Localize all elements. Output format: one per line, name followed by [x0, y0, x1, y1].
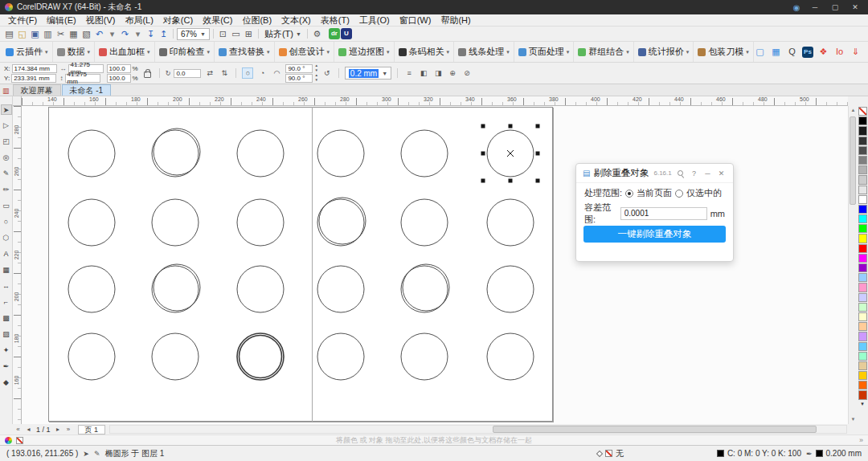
- circle-object[interactable]: [401, 130, 448, 177]
- clipboard-icon[interactable]: ▦: [770, 45, 782, 59]
- capture-icon[interactable]: ▢: [754, 45, 766, 59]
- circle-object[interactable]: [403, 264, 449, 311]
- change-direction-button[interactable]: ↺: [321, 67, 333, 79]
- shape-tool[interactable]: ▷: [1, 120, 12, 131]
- menu-item[interactable]: 帮助(H): [436, 14, 475, 27]
- redo-icon[interactable]: ↷: [119, 27, 131, 41]
- ellipse-tool[interactable]: ○: [1, 217, 12, 227]
- color-swatch[interactable]: [858, 146, 867, 155]
- to-back-button[interactable]: ◨: [432, 67, 444, 79]
- minimize-button[interactable]: ─: [807, 0, 823, 14]
- ruler-origin-corner[interactable]: [13, 96, 22, 106]
- menu-item[interactable]: 布局(L): [120, 14, 158, 27]
- spinner-arrows[interactable]: ▲▼: [314, 64, 317, 72]
- color-swatch[interactable]: [858, 381, 867, 390]
- plugin-toolbar-item[interactable]: 云插件▾: [2, 42, 53, 62]
- outline-status[interactable]: ✒ 0.200 mm: [806, 449, 862, 458]
- circle-object[interactable]: [317, 130, 364, 177]
- plugin-toolbar-item[interactable]: 查找替换▾: [215, 42, 275, 62]
- photoshop-icon[interactable]: Ps: [802, 47, 813, 58]
- mirror-vertical-button[interactable]: ⇅: [219, 67, 230, 79]
- first-page-icon[interactable]: «: [13, 426, 23, 433]
- selection-handle[interactable]: [536, 124, 540, 129]
- menu-item[interactable]: 对象(C): [158, 14, 198, 27]
- polygon-tool[interactable]: ⬡: [1, 233, 12, 243]
- zoom-level-combo[interactable]: 67% ▼: [177, 28, 210, 40]
- plugin-toolbar-item[interactable]: 页面处理▾: [514, 42, 575, 62]
- color-swatch[interactable]: [858, 322, 867, 331]
- horizontal-ruler[interactable]: 1401601802002202402602803003203403603804…: [22, 96, 848, 106]
- color-swatch[interactable]: [858, 186, 867, 194]
- connector-tool[interactable]: ⌐: [1, 297, 12, 308]
- undo-dropdown-icon[interactable]: ▾: [106, 27, 118, 41]
- circle-object[interactable]: [487, 266, 534, 312]
- color-swatch[interactable]: [858, 126, 867, 135]
- selection-handle[interactable]: [481, 124, 485, 129]
- convert-to-curves-button[interactable]: ⊕: [447, 67, 458, 79]
- color-swatch[interactable]: [858, 390, 867, 399]
- color-swatch[interactable]: [858, 156, 867, 165]
- circle-object[interactable]: [317, 266, 364, 312]
- object-height-field[interactable]: 41.275 mm: [65, 74, 100, 83]
- freehand-tool[interactable]: ✎: [1, 169, 12, 179]
- circle-object[interactable]: [154, 129, 200, 175]
- plugin-toolbar-item[interactable]: 统计报价▾: [634, 42, 694, 62]
- color-swatch[interactable]: [858, 205, 867, 214]
- menu-item[interactable]: 文本(X): [276, 14, 316, 27]
- circle-object[interactable]: [237, 199, 284, 246]
- plugin-toolbar-item[interactable]: 条码相关▾: [395, 42, 455, 62]
- circle-object[interactable]: [487, 333, 534, 380]
- dimension-tool[interactable]: ↔: [1, 281, 12, 292]
- to-front-button[interactable]: ◧: [418, 67, 429, 79]
- menu-item[interactable]: 视图(V): [81, 14, 121, 27]
- undo-icon[interactable]: ↶: [93, 27, 105, 41]
- plugin-toolbar-item[interactable]: 群组结合▾: [574, 42, 634, 62]
- x-position-field[interactable]: 174.384 mm: [12, 64, 57, 73]
- selection-handle[interactable]: [509, 179, 513, 183]
- plugin-toolbar-item[interactable]: 线条处理▾: [454, 42, 514, 62]
- radio-selected-only[interactable]: [675, 190, 683, 198]
- palette-scroll-icon[interactable]: ▾: [861, 401, 864, 406]
- circle-object[interactable]: [68, 199, 115, 246]
- arc-button[interactable]: ◠: [271, 67, 282, 79]
- circle-object[interactable]: [68, 130, 115, 177]
- color-swatch[interactable]: [858, 263, 867, 272]
- color-swatch[interactable]: [858, 293, 867, 302]
- zoom-tool[interactable]: ◎: [1, 153, 12, 163]
- download-icon[interactable]: ⇓: [850, 45, 862, 59]
- menu-item[interactable]: 工具(O): [354, 14, 395, 27]
- menu-item[interactable]: 文件(F): [3, 14, 42, 27]
- selection-handle[interactable]: [536, 152, 540, 156]
- scale-y-field[interactable]: 100.0: [107, 74, 131, 83]
- maximize-button[interactable]: ▢: [827, 0, 843, 14]
- lock-ratio-icon[interactable]: [144, 71, 151, 78]
- circle-object[interactable]: [68, 333, 115, 380]
- menu-item[interactable]: 位图(B): [237, 14, 276, 27]
- y-position-field[interactable]: 233.391 mm: [11, 74, 56, 83]
- dialog-minimize-button[interactable]: ─: [702, 169, 713, 177]
- plugin-toolbar-item[interactable]: 出血加框▾: [95, 42, 155, 62]
- menu-item[interactable]: 窗口(W): [395, 14, 436, 27]
- color-swatch[interactable]: [858, 283, 867, 292]
- color-swatch[interactable]: [858, 214, 867, 223]
- tolerance-input[interactable]: [620, 207, 707, 220]
- vertical-ruler[interactable]: 280260240220200180160: [13, 106, 22, 424]
- circle-object[interactable]: [68, 266, 115, 312]
- help-button[interactable]: ?: [689, 169, 699, 177]
- circle-object[interactable]: [487, 199, 534, 246]
- dialog-close-button[interactable]: ✕: [716, 169, 727, 177]
- close-button[interactable]: ✕: [847, 0, 863, 14]
- artistic-media-tool[interactable]: ✏: [1, 185, 12, 195]
- circle-object[interactable]: [401, 333, 448, 380]
- text-tool[interactable]: A: [1, 249, 12, 259]
- color-swatch[interactable]: [858, 312, 867, 321]
- color-swatch[interactable]: [858, 175, 867, 184]
- menu-item[interactable]: 表格(T): [316, 14, 354, 27]
- start-angle-field[interactable]: 90.0 °: [285, 64, 313, 73]
- vertical-scrollbar[interactable]: ▲ ▼: [848, 106, 857, 424]
- mirror-horizontal-button[interactable]: ⇄: [204, 67, 215, 79]
- selection-handle[interactable]: [509, 124, 513, 129]
- color-swatch[interactable]: [858, 137, 867, 145]
- paste-icon[interactable]: ▧: [80, 27, 92, 41]
- circle-object[interactable]: [237, 130, 284, 177]
